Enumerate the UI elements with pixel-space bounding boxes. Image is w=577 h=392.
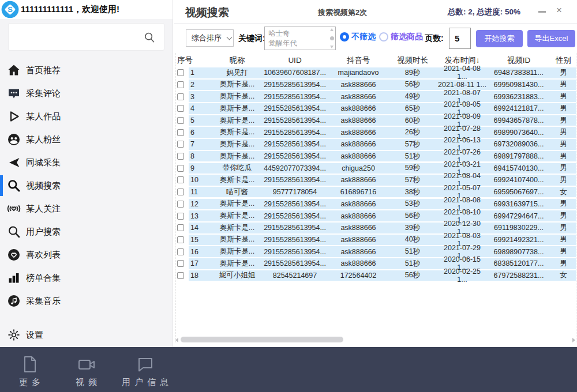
- sidebar-item-likes[interactable]: 喜欢列表: [0, 243, 173, 266]
- row-checkbox[interactable]: [177, 117, 184, 124]
- table-row[interactable]: 3 奥斯卡是... 29155285613954... ask888666 49…: [176, 91, 576, 102]
- active-indicator-bar: [0, 198, 3, 219]
- sort-order-select[interactable]: 综合排序: [186, 29, 234, 47]
- column-header-douyin-id[interactable]: 抖音号: [329, 55, 387, 66]
- table-row[interactable]: 13 奥斯卡是... 29155285613954... ask888666 5…: [176, 210, 576, 221]
- row-checkbox[interactable]: [177, 236, 184, 243]
- row-checkbox[interactable]: [177, 272, 184, 279]
- bottombar-item-more[interactable]: 更多: [15, 354, 44, 388]
- sidebar-search-input[interactable]: [8, 23, 164, 51]
- keyword-textarea[interactable]: 哈士奇 觉醒年代: [264, 27, 336, 50]
- column-header-nickname[interactable]: 昵称: [214, 55, 260, 66]
- start-search-button[interactable]: 开始搜索: [476, 30, 523, 47]
- active-indicator-bar: [0, 83, 3, 104]
- row-checkbox[interactable]: [177, 213, 184, 220]
- active-indicator-bar: [0, 291, 3, 311]
- row-checkbox[interactable]: [177, 105, 184, 112]
- active-indicator-bar: [0, 267, 3, 288]
- search-icon: [7, 179, 21, 193]
- active-indicator-bar: [0, 244, 3, 265]
- table-body: 1 妈见打 10639607608187... majiandaovo 89秒 …: [176, 67, 576, 282]
- table-row[interactable]: 4 奥斯卡是... 29155285613954... ask888666 65…: [176, 103, 576, 114]
- row-checkbox[interactable]: [177, 189, 184, 195]
- main-panel: 视频搜索 搜索视频第2次 总数: 2, 总进度: 50% × 综合排序 关键词:…: [174, 0, 577, 347]
- table-row[interactable]: 1 妈见打 10639607608187... majiandaovo 89秒 …: [176, 67, 576, 78]
- column-header-video-id[interactable]: 视频ID: [486, 55, 551, 66]
- heart-icon: [7, 248, 21, 262]
- table-row[interactable]: 18 妮可小姐姐 82545214697 172564402 56秒 2020-…: [176, 270, 576, 281]
- table-row[interactable]: 17 奥斯卡是... 29155285613954... ask888666 5…: [176, 258, 576, 269]
- radio-selected-icon: [340, 32, 349, 42]
- keyword-label: 关键词:: [238, 33, 265, 44]
- column-header-publish-time[interactable]: 发布时间↓: [438, 55, 486, 66]
- scrollbar-thumb[interactable]: [181, 337, 343, 342]
- table-row[interactable]: 7 奥斯卡是... 29155285613954... ask888666 57…: [176, 139, 576, 150]
- bottombar-item-video[interactable]: 视频: [72, 354, 101, 388]
- row-checkbox[interactable]: [177, 69, 184, 76]
- column-header-no[interactable]: 序号: [176, 55, 214, 66]
- sidebar-item-fans[interactable]: 某人粉丝: [0, 128, 173, 151]
- column-header-uid[interactable]: UID: [260, 56, 329, 65]
- row-checkbox[interactable]: [177, 129, 184, 136]
- bottombar-item-user-info[interactable]: 用户信息: [118, 354, 173, 388]
- row-checkbox[interactable]: [177, 248, 184, 255]
- row-checkbox[interactable]: [177, 165, 184, 172]
- column-header-duration[interactable]: 视频时长: [387, 55, 438, 66]
- row-checkbox[interactable]: [177, 141, 184, 148]
- table-row[interactable]: 14 奥斯卡是... 29155285613954... ask888666 3…: [176, 223, 576, 233]
- table-row[interactable]: 12 奥斯卡是... 29155285613954... ask888666 5…: [176, 199, 576, 210]
- row-checkbox[interactable]: [177, 153, 184, 160]
- close-button[interactable]: ×: [556, 5, 562, 16]
- app-logo-icon: S: [1, 1, 19, 18]
- table-row[interactable]: 9 带你吃瓜 44592077073394... chigua250 59秒 2…: [176, 163, 576, 174]
- video-icon: [76, 354, 97, 375]
- follow-icon: [7, 202, 21, 216]
- minimize-button[interactable]: [538, 11, 546, 13]
- row-checkbox[interactable]: [177, 81, 184, 88]
- progress-status-text: 总数: 2, 总进度: 50%: [448, 7, 520, 17]
- sidebar-item-user-search[interactable]: 用户搜索: [0, 220, 173, 243]
- row-checkbox[interactable]: [177, 224, 184, 231]
- top-bar: 视频搜索 搜索视频第2次 总数: 2, 总进度: 50% ×: [174, 0, 577, 24]
- row-checkbox[interactable]: [177, 93, 184, 100]
- location-icon: [7, 156, 21, 169]
- row-checkbox[interactable]: [177, 201, 184, 208]
- radio-filter-goods[interactable]: 筛选商品: [379, 32, 423, 42]
- table-row[interactable]: 5 奥斯卡是... 29155285613954... ask888666 60…: [176, 115, 576, 126]
- textarea-scrollbar[interactable]: [329, 28, 334, 48]
- column-header-gender[interactable]: 性别: [551, 55, 576, 66]
- table-row[interactable]: 11 喵可酱 95777178054 616896716 38秒 2021-05…: [176, 187, 576, 198]
- sidebar-item-rankings[interactable]: 榜单合集: [0, 266, 173, 289]
- sidebar-item-works[interactable]: 某人作品: [0, 105, 173, 128]
- sidebar-item-city[interactable]: 同城采集: [0, 151, 173, 174]
- pages-input[interactable]: [449, 28, 471, 49]
- sidebar-item-music[interactable]: 采集音乐: [0, 289, 173, 312]
- active-indicator-bar: [0, 152, 3, 173]
- radio-no-filter[interactable]: 不筛选: [340, 32, 376, 42]
- table-row[interactable]: 16 奥斯卡是... 29155285613954... ask888666 5…: [176, 246, 576, 257]
- table-row[interactable]: 15 奥斯卡是... 29155285613954... ask888666 4…: [176, 235, 576, 246]
- row-checkbox[interactable]: [177, 176, 184, 183]
- scroll-right-icon[interactable]: [572, 338, 575, 342]
- scroll-left-icon[interactable]: [175, 338, 178, 342]
- sidebar-item-settings[interactable]: 设置: [0, 323, 173, 346]
- table-row[interactable]: 10 奥斯卡是... 29155285613954... ask888666 5…: [176, 175, 576, 186]
- table-row[interactable]: 6 奥斯卡是... 29155285613954... ask888666 26…: [176, 127, 576, 138]
- table-row[interactable]: 8 奥斯卡是... 29155285613954... ask888666 51…: [176, 151, 576, 162]
- bottom-bar: 更多 视频 用户信息: [0, 347, 577, 392]
- sidebar-item-following[interactable]: 某人关注: [0, 197, 173, 220]
- row-checkbox[interactable]: [177, 260, 184, 267]
- active-indicator-bar: [0, 106, 3, 127]
- active-indicator-bar: [0, 221, 3, 242]
- toolbar: 综合排序 关键词: 哈士奇 觉醒年代 不筛选 筛选商品: [174, 24, 577, 53]
- sidebar-item-video-search[interactable]: 视频搜索: [0, 174, 173, 197]
- export-excel-button[interactable]: 导出Excel: [527, 30, 575, 47]
- radio-unselected-icon: [379, 32, 388, 42]
- search-status-text: 搜索视频第2次: [318, 7, 367, 18]
- sidebar-menu: 首页推荐 采集评论 某人作品 某人粉丝 同城采集: [0, 59, 173, 312]
- table-header-row: 序号 昵称 UID 抖音号 视频时长 发布时间↓ 视频ID 性别: [176, 53, 576, 67]
- sidebar-item-home[interactable]: 首页推荐: [0, 59, 173, 82]
- pages-label: 页数:: [425, 33, 444, 44]
- table-row[interactable]: 2 奥斯卡是... 29155285613954... ask888666 56…: [176, 80, 576, 91]
- sidebar-item-comments[interactable]: 采集评论: [0, 82, 173, 105]
